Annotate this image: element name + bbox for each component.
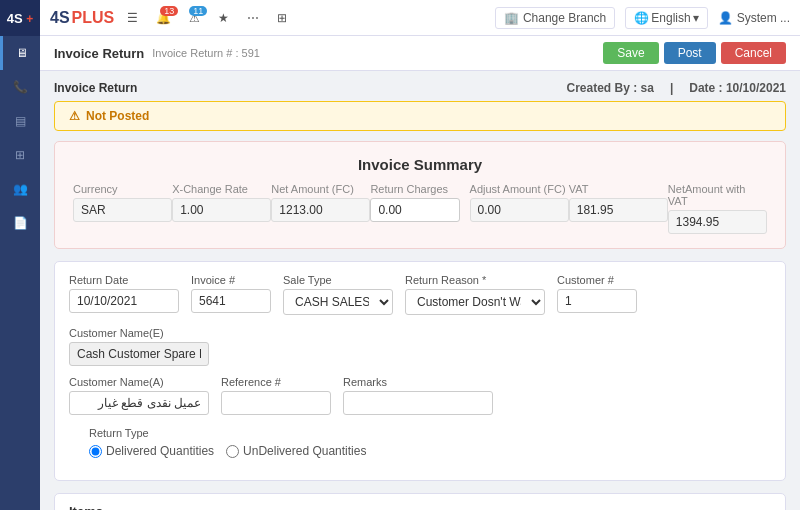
returncharges-label: Return Charges xyxy=(370,183,469,195)
change-branch-button[interactable]: 🏢 Change Branch xyxy=(495,7,615,29)
xchange-value: 1.00 xyxy=(172,198,271,222)
customer-name-e-group: Customer Name(E) xyxy=(69,327,209,366)
sale-type-select[interactable]: CASH SALES CREDIT SALES xyxy=(283,289,393,315)
warning-circle-icon: ⚠ xyxy=(69,109,80,123)
page-meta: Created By : sa | Date : 10/10/2021 xyxy=(567,81,787,95)
sale-type-group: Sale Type CASH SALES CREDIT SALES xyxy=(283,274,393,315)
invoice-no-group: Invoice # xyxy=(191,274,271,315)
undelivered-label: UnDelivered Quantities xyxy=(243,444,366,458)
sidebar: 4S + 🖥 📞 ▤ ⊞ 👥 📄 xyxy=(0,0,40,510)
page-content: Invoice Return Created By : sa | Date : … xyxy=(40,71,800,510)
form-row-2: Customer Name(A) Reference # Remarks Ret… xyxy=(69,376,771,458)
sub-header: Invoice Return Invoice Return # : 591 Sa… xyxy=(40,36,800,71)
topnav-right: 🏢 Change Branch 🌐 English ▾ 👤 System ... xyxy=(495,7,790,29)
sub-header-subtitle: Invoice Return # : 591 xyxy=(152,47,260,59)
logo-text: 4SPLUS xyxy=(50,9,114,27)
dots-icon[interactable]: ⋯ xyxy=(242,9,264,27)
bell-badge: 13 xyxy=(160,6,178,16)
netwithvat-label: NetAmount with VAT xyxy=(668,183,767,207)
customer-no-group: Customer # xyxy=(557,274,637,315)
bell-icon[interactable]: 🔔13 xyxy=(151,9,176,27)
layers-icon: ▤ xyxy=(15,114,26,128)
sub-header-actions: Save Post Cancel xyxy=(603,42,786,64)
summary-table: Currency SAR X-Change Rate 1.00 Net Amou… xyxy=(73,183,767,234)
remarks-input[interactable] xyxy=(343,391,493,415)
netamount-label: Net Amount (FC) xyxy=(271,183,370,195)
topnav-left: 4SPLUS ☰ 🔔13 ⚠11 ★ ⋯ ⊞ xyxy=(50,9,292,27)
items-title: Items xyxy=(69,504,771,510)
monitor-icon: 🖥 xyxy=(16,46,28,60)
summary-col-xchange: X-Change Rate 1.00 xyxy=(172,183,271,234)
summary-col-netamount: Net Amount (FC) 1213.00 xyxy=(271,183,370,234)
page-heading: Invoice Return Created By : sa | Date : … xyxy=(54,81,786,95)
user-menu[interactable]: 👤 System ... xyxy=(718,11,790,25)
vat-label: VAT xyxy=(569,183,668,195)
sidebar-item-file[interactable]: 📄 xyxy=(0,206,40,240)
return-type-radio-group: Delivered Quantities UnDelivered Quantit… xyxy=(89,444,366,458)
summary-col-vat: VAT 181.95 xyxy=(569,183,668,234)
currency-label: Currency xyxy=(73,183,172,195)
not-posted-label: Not Posted xyxy=(86,109,149,123)
remarks-group: Remarks xyxy=(343,376,493,415)
sidebar-item-layers[interactable]: ▤ xyxy=(0,104,40,138)
sidebar-item-monitor[interactable]: 🖥 xyxy=(0,36,40,70)
adjustamount-label: Adjust Amount (FC) xyxy=(470,183,569,195)
customer-name-e-label: Customer Name(E) xyxy=(69,327,209,339)
netamount-value: 1213.00 xyxy=(271,198,370,222)
apps-icon[interactable]: ⊞ xyxy=(272,9,292,27)
warning-icon[interactable]: ⚠11 xyxy=(184,9,205,27)
customer-name-a-input[interactable] xyxy=(69,391,209,415)
grid-icon: ⊞ xyxy=(15,148,25,162)
summary-col-currency: Currency SAR xyxy=(73,183,172,234)
topnav: 4SPLUS ☰ 🔔13 ⚠11 ★ ⋯ ⊞ 🏢 Change Branch 🌐… xyxy=(40,0,800,36)
summary-col-adjustamount: Adjust Amount (FC) 0.00 xyxy=(470,183,569,234)
sub-header-left: Invoice Return Invoice Return # : 591 xyxy=(54,46,260,61)
return-type-group: Return Type Delivered Quantities UnDeliv… xyxy=(89,427,366,458)
reference-no-input[interactable] xyxy=(221,391,331,415)
cancel-button[interactable]: Cancel xyxy=(721,42,786,64)
sidebar-item-phone[interactable]: 📞 xyxy=(0,70,40,104)
return-date-group: Return Date xyxy=(69,274,179,315)
undelivered-radio[interactable] xyxy=(226,445,239,458)
file-icon: 📄 xyxy=(13,216,28,230)
created-date: Date : 10/10/2021 xyxy=(689,81,786,95)
user-icon: 👤 xyxy=(718,11,733,25)
summary-col-netwithovat: NetAmount with VAT 1394.95 xyxy=(668,183,767,234)
invoice-no-input[interactable] xyxy=(191,289,271,313)
phone-icon: 📞 xyxy=(13,80,28,94)
language-selector[interactable]: 🌐 English ▾ xyxy=(625,7,707,29)
not-posted-banner: ⚠ Not Posted xyxy=(54,101,786,131)
customer-no-label: Customer # xyxy=(557,274,637,286)
xchange-label: X-Change Rate xyxy=(172,183,271,195)
sidebar-item-users[interactable]: 👥 xyxy=(0,172,40,206)
reference-no-label: Reference # xyxy=(221,376,331,388)
return-date-input[interactable] xyxy=(69,289,179,313)
form-row-1: Return Date Invoice # Sale Type CASH SAL… xyxy=(69,274,771,366)
logo: 4S + xyxy=(7,11,34,26)
star-icon[interactable]: ★ xyxy=(213,9,234,27)
hamburger-icon[interactable]: ☰ xyxy=(122,9,143,27)
user-label: System ... xyxy=(737,11,790,25)
adjustamount-value: 0.00 xyxy=(470,198,569,222)
currency-value: SAR xyxy=(73,198,172,222)
post-button[interactable]: Post xyxy=(664,42,716,64)
customer-no-input[interactable] xyxy=(557,289,637,313)
users-icon: 👥 xyxy=(13,182,28,196)
customer-name-e-input[interactable] xyxy=(69,342,209,366)
invoice-summary-card: Invoice Summary Currency SAR X-Change Ra… xyxy=(54,141,786,249)
sidebar-item-grid[interactable]: ⊞ xyxy=(0,138,40,172)
delivered-radio[interactable] xyxy=(89,445,102,458)
delivered-label: Delivered Quantities xyxy=(106,444,214,458)
netwithvat-value: 1394.95 xyxy=(668,210,767,234)
undelivered-quantities-option[interactable]: UnDelivered Quantities xyxy=(226,444,366,458)
return-type-label: Return Type xyxy=(89,427,366,439)
returncharges-input[interactable] xyxy=(370,198,459,222)
vat-value: 181.95 xyxy=(569,198,668,222)
created-by: Created By : sa xyxy=(567,81,654,95)
return-reason-select[interactable]: Customer Dosn't Want xyxy=(405,289,545,315)
reference-no-group: Reference # xyxy=(221,376,331,415)
delivered-quantities-option[interactable]: Delivered Quantities xyxy=(89,444,214,458)
sub-header-title: Invoice Return xyxy=(54,46,144,61)
invoice-summary-title: Invoice Summary xyxy=(73,156,767,173)
save-button[interactable]: Save xyxy=(603,42,658,64)
